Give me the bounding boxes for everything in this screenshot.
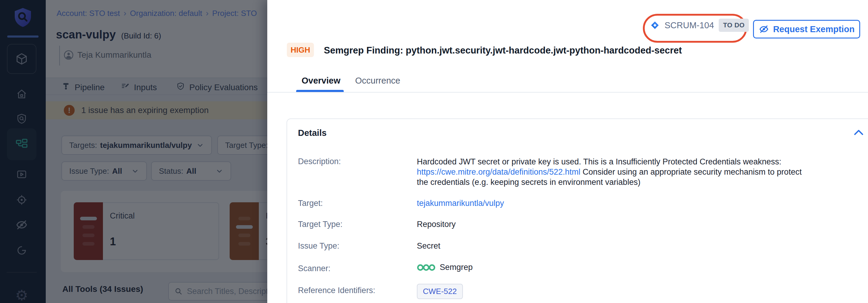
issue-type-label: Issue Type: [298,241,340,251]
sto-issue-screen: ⚙ Account: STO test › Organization: defa… [0,0,868,303]
jira-ticket-chip[interactable]: SCRUM-104 TO DO [650,19,749,32]
issue-details-drawer: SCRUM-104 TO DO Request Exemption HIGH S… [267,0,868,303]
issue-type-value: Secret [417,241,440,251]
target-type-label: Target Type: [298,220,342,229]
target-repo-link[interactable]: tejakummarikuntla/vulpy [417,199,504,208]
modal-dim-overlay [0,0,267,303]
description-label: Description: [298,157,341,166]
target-type-value: Repository [417,220,456,229]
scanner-label: Scanner: [298,264,331,273]
severity-badge-high: HIGH [287,43,314,57]
reference-identifiers-label: Reference Identifiers: [298,286,375,295]
target-label: Target: [298,199,323,208]
jira-ticket-id: SCRUM-104 [664,21,714,30]
request-exemption-label: Request Exemption [773,24,855,34]
scanner-value-row: Semgrep [417,263,473,272]
reference-identifiers-value: CWE-522 [417,284,463,299]
cwe-definition-link[interactable]: https://cwe.mitre.org/data/definitions/5… [417,167,580,176]
semgrep-logo-icon [417,264,435,271]
collapse-chevron-up-icon[interactable] [854,129,864,137]
tab-occurrence[interactable]: Occurrence [355,76,400,86]
jira-status-badge: TO DO [719,19,749,32]
request-exemption-button[interactable]: Request Exemption [753,20,860,38]
target-value: tejakummarikuntla/vulpy [417,199,504,208]
cwe-badge[interactable]: CWE-522 [417,284,463,299]
jira-icon [650,21,660,30]
details-heading: Details [298,128,327,138]
tab-separator-line [267,92,868,93]
scanner-name: Semgrep [440,263,473,272]
details-card [286,119,868,303]
description-text: Hardcoded JWT secret or private key is u… [417,157,781,166]
tab-overview[interactable]: Overview [302,76,340,86]
finding-title: Semgrep Finding: python.jwt.security.jwt… [324,45,682,56]
description-value: Hardcoded JWT secret or private key is u… [417,157,814,187]
eye-off-icon [759,24,769,34]
